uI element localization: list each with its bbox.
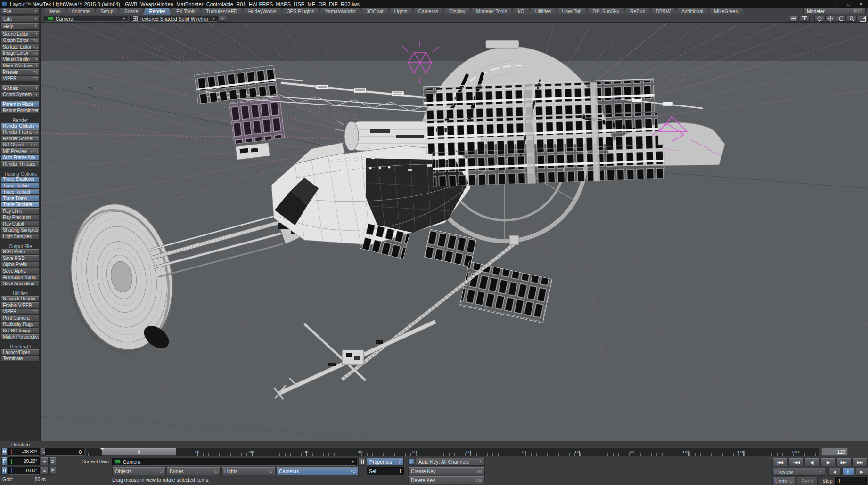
sidebar-button[interactable]: Scene Editor ▼ bbox=[1, 31, 40, 37]
current-frame-field[interactable]: 0 bbox=[45, 448, 84, 456]
menu-tab[interactable]: Animate bbox=[66, 8, 96, 15]
envelope-button[interactable]: E bbox=[49, 457, 56, 465]
sidebar-button[interactable]: Parent in Place ▼ bbox=[1, 101, 40, 107]
sidebar-button[interactable]: Globals ▼ bbox=[1, 85, 40, 91]
menu-tab[interactable]: Cameras bbox=[412, 8, 444, 15]
shade-mode-dropdown[interactable]: Textured Shaded Solid Wireframe ▼ bbox=[130, 16, 218, 22]
sidebar-button[interactable]: Ray Precision ▼ bbox=[1, 215, 40, 221]
sidebar-button[interactable]: Trace Shadows ▼ bbox=[1, 177, 40, 183]
sidebar-button[interactable]: Terminate ▼ bbox=[1, 356, 40, 362]
sidebar-button[interactable]: Trace Refract ▼ bbox=[1, 189, 40, 195]
transport-button[interactable]: |◀◀ bbox=[772, 458, 787, 466]
auto-key-checkbox[interactable]: ✓ bbox=[408, 459, 414, 465]
redo-button[interactable]: Redo bbox=[797, 477, 818, 485]
current-item-dropdown[interactable]: Camera ▼ bbox=[112, 458, 357, 466]
sidebar-button[interactable]: Trace Reflect ▼ bbox=[1, 183, 40, 189]
axis-value-field[interactable]: 20.20° bbox=[8, 457, 40, 465]
menu-tab[interactable]: Items bbox=[42, 8, 67, 15]
sidebar-button[interactable]: Shading Samples ▼ bbox=[1, 227, 40, 234]
menu-tab[interactable]: Display bbox=[443, 8, 471, 15]
menu-tab[interactable]: Utilities bbox=[529, 8, 557, 15]
play-control-button[interactable]: ◀ bbox=[828, 468, 841, 476]
item-type-button[interactable]: Bones +B bbox=[167, 467, 221, 475]
sidebar-button[interactable]: More Windows ▼ bbox=[1, 63, 40, 69]
step-field[interactable]: 1 bbox=[835, 477, 867, 485]
transport-button[interactable]: ▶▶| bbox=[852, 458, 868, 466]
menu-tab[interactable]: MikeGreen bbox=[708, 8, 744, 15]
axis-value-field[interactable]: -38.80° bbox=[8, 448, 40, 456]
sidebar-button[interactable]: Render Threads ▼ bbox=[1, 161, 40, 167]
axis-spinner[interactable]: ◀▶ bbox=[41, 467, 49, 475]
viewport-options-dropdown[interactable]: ▼ bbox=[219, 16, 226, 22]
sidebar-button[interactable]: Save Alpha ▼ bbox=[1, 268, 40, 274]
help-menu-button[interactable]: Help▼ bbox=[1, 23, 40, 30]
menu-tab[interactable]: DB&W bbox=[649, 8, 677, 15]
menu-tab[interactable]: DP_SunSky bbox=[586, 8, 625, 15]
sidebar-button[interactable]: Enable VIPER ▼ bbox=[1, 302, 40, 308]
sidebar-button[interactable]: Alpha Prefix ▼ bbox=[1, 262, 40, 268]
sidebar-button[interactable]: Ray Limit ▼ bbox=[1, 208, 40, 214]
sidebar-button[interactable]: Rebus Farminizer ▼ bbox=[1, 108, 40, 114]
menu-tab[interactable]: Render bbox=[143, 8, 171, 15]
sidebar-button[interactable]: MB Preview +F9 ▼ bbox=[1, 148, 40, 154]
center-item-icon[interactable] bbox=[814, 16, 824, 22]
window-control-button[interactable]: □ bbox=[842, 1, 855, 8]
sidebar-button[interactable]: Launch/Open ▼ bbox=[1, 349, 40, 356]
menu-tab[interactable]: Lights bbox=[388, 8, 413, 15]
create-key-button[interactable]: Create Key ret bbox=[408, 467, 485, 475]
expand-viewport-icon[interactable] bbox=[858, 16, 868, 22]
viewport-save-icon[interactable] bbox=[800, 16, 810, 22]
sidebar-button[interactable]: Radiosity Flags ▼ bbox=[1, 322, 40, 328]
delete-key-button[interactable]: Delete Key del bbox=[408, 476, 485, 484]
item-type-button[interactable]: Cameras +C bbox=[276, 467, 359, 475]
sidebar-button[interactable]: Animation Name ▼ bbox=[1, 275, 40, 281]
axis-value-field[interactable]: 0.00° bbox=[8, 467, 40, 475]
item-type-button[interactable]: Objects +O bbox=[112, 467, 166, 475]
sidebar-button[interactable]: Save Animation ▼ bbox=[1, 281, 40, 287]
viewport-list-icon[interactable] bbox=[789, 16, 799, 22]
sidebar-button[interactable]: Save RGB ▼ bbox=[1, 255, 40, 261]
transport-button[interactable]: ||▶ bbox=[820, 458, 835, 466]
sidebar-button[interactable]: Trace Trans ▼ bbox=[1, 195, 40, 202]
view-type-dropdown[interactable]: Camera ▼ bbox=[44, 16, 128, 22]
menu-tab[interactable]: 3DCoat bbox=[360, 8, 390, 15]
sidebar-button[interactable]: Render Scene F10 ▼ bbox=[1, 136, 40, 142]
timeline-slider-handle[interactable]: 0 bbox=[102, 448, 176, 456]
axis-toggle-button[interactable]: P bbox=[1, 457, 8, 465]
menu-tab[interactable]: YamatoWorks bbox=[319, 8, 362, 15]
modeler-button[interactable]: Modeler F12 bbox=[803, 8, 866, 14]
auto-key-dropdown[interactable]: Auto Key: All Channels ▼ bbox=[416, 458, 485, 466]
sidebar-button[interactable]: Network Render ▼ bbox=[1, 296, 40, 302]
axis-toggle-button[interactable]: H bbox=[1, 448, 8, 456]
sidebar-button[interactable]: RGB Prefix ▼ bbox=[1, 249, 40, 255]
menu-tab[interactable]: Setup bbox=[94, 8, 119, 15]
transport-button[interactable]: ▶▶+ bbox=[836, 458, 852, 466]
sidebar-button[interactable]: Auto Frame Adv ▼ bbox=[1, 155, 40, 161]
transport-button[interactable]: +◀◀ bbox=[788, 458, 803, 466]
menu-tab[interactable]: Modeler Tools bbox=[470, 8, 513, 15]
window-control-button[interactable]: ─ bbox=[829, 1, 842, 8]
item-panel-icon-button[interactable] bbox=[358, 458, 365, 466]
viewport-canvas[interactable]: -x bbox=[41, 23, 868, 441]
rotate-icon[interactable] bbox=[836, 16, 846, 22]
timeline-ruler[interactable]: 0 10 20 30 40 50 60 70 80 90 100 11 bbox=[86, 448, 819, 456]
menu-tab[interactable]: Scene bbox=[118, 8, 145, 15]
envelope-button[interactable]: E bbox=[49, 467, 56, 475]
preview-dropdown[interactable]: Preview ▼ bbox=[772, 468, 825, 476]
sidebar-button[interactable]: Match Perspective ▼ bbox=[1, 334, 40, 340]
sidebar-button[interactable]: Sel Object F11 ▼ bbox=[1, 142, 40, 148]
sidebar-button[interactable]: Render Globals ^P ▼ bbox=[1, 123, 40, 129]
properties-button[interactable]: Properties p bbox=[367, 458, 404, 466]
sidebar-button[interactable]: Graph Editor ^F2 ▼ bbox=[1, 38, 40, 44]
end-frame-field[interactable]: 120 bbox=[821, 448, 848, 456]
sidebar-button[interactable]: Render Frame F9 ▼ bbox=[1, 129, 40, 136]
undo-button[interactable]: Undo ^Z bbox=[772, 477, 795, 485]
transport-button[interactable]: ◀|| bbox=[804, 458, 819, 466]
menu-tab[interactable]: User Tab bbox=[556, 8, 588, 15]
window-control-button[interactable]: × bbox=[855, 1, 868, 8]
sidebar-button[interactable]: Trace Occlude ▼ bbox=[1, 202, 40, 208]
play-control-button[interactable]: || bbox=[842, 468, 854, 476]
axis-toggle-button[interactable]: B bbox=[1, 467, 8, 475]
edit-menu-button[interactable]: Edit▼ bbox=[1, 16, 40, 22]
sidebar-button[interactable]: Print Camera ▼ bbox=[1, 315, 40, 321]
